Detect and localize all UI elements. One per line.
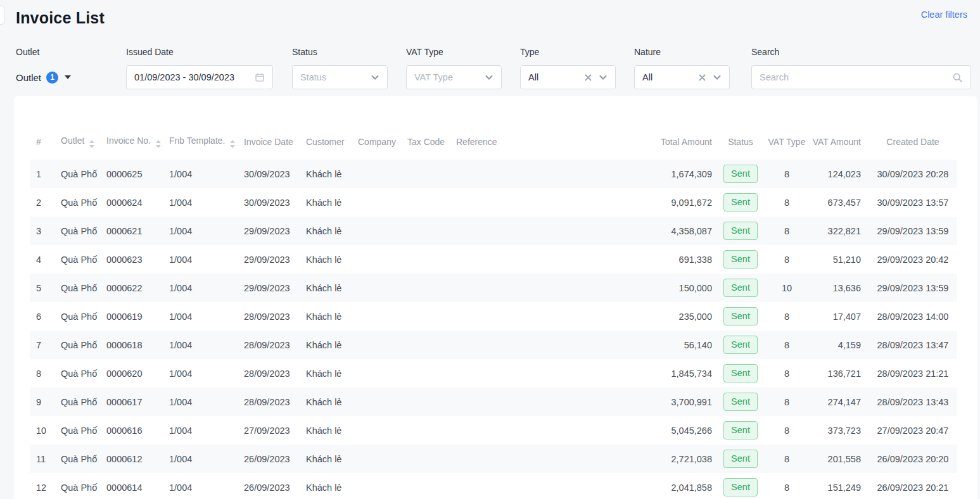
cell-vat-amount: 673,457 — [812, 188, 869, 217]
outlet-dropdown-value: Outlet — [16, 72, 41, 83]
cell-vat-type: 8 — [761, 331, 812, 359]
cell-outlet: Quà Phố — [54, 188, 100, 217]
table-row[interactable]: 9Quà Phố00006171/00428/09/2023Khách lẻ3,… — [30, 388, 957, 416]
cell-vat-amount: 151,249 — [812, 473, 869, 499]
cell-invoice-no: 0000616 — [100, 416, 163, 445]
table-row[interactable]: 6Quà Phố00006191/00428/09/2023Khách lẻ23… — [30, 302, 957, 331]
cell-company — [352, 274, 401, 302]
cell-reference — [450, 473, 500, 499]
cell-outlet: Quà Phố — [54, 388, 100, 416]
outlet-dropdown-trigger[interactable]: Outlet 1 — [16, 66, 71, 88]
issued-date-range-input[interactable]: 01/09/2023 - 30/09/2023 — [126, 65, 273, 89]
cell-outlet: Quà Phố — [54, 416, 100, 445]
column-header-vat-type: VAT Type — [761, 136, 812, 160]
cell-tax-code — [401, 188, 450, 217]
table-row[interactable]: 4Quà Phố00006231/00429/09/2023Khách lẻ69… — [30, 245, 957, 274]
cell-total-amount: 1,845,734 — [500, 359, 720, 388]
clear-filters-link[interactable]: Clear filters — [921, 9, 967, 20]
vat-type-select[interactable]: VAT Type — [406, 65, 502, 89]
column-header-invoice-no[interactable]: Invoice No. — [100, 136, 163, 160]
clear-x-icon[interactable] — [584, 73, 592, 82]
cell-tax-code — [401, 160, 450, 188]
cell-reference — [450, 416, 500, 445]
cell-outlet: Quà Phố — [54, 359, 100, 388]
status-badge: Sent — [723, 307, 758, 325]
cell-index: 5 — [30, 274, 54, 302]
column-header-outlet[interactable]: Outlet — [54, 136, 100, 160]
cell-tax-code — [401, 359, 450, 388]
cell-total-amount: 4,358,087 — [500, 217, 720, 245]
table-row[interactable]: 5Quà Phố00006221/00429/09/2023Khách lẻ15… — [30, 274, 957, 302]
cell-vat-amount: 274,147 — [812, 388, 869, 416]
cell-invoice-no: 0000625 — [100, 160, 163, 188]
type-select[interactable]: All — [520, 65, 616, 89]
column-header-status: Status — [720, 136, 761, 160]
cell-vat-amount: 201,558 — [812, 445, 869, 473]
invoice-table-card: #OutletInvoice No.Fnb Template.Invoice D… — [14, 96, 977, 499]
clear-x-icon[interactable] — [698, 73, 706, 82]
cell-customer: Khách lẻ — [300, 302, 352, 331]
nature-select[interactable]: All — [634, 65, 730, 89]
cell-outlet: Quà Phố — [54, 274, 100, 302]
cell-vat-amount: 373,723 — [812, 416, 869, 445]
filter-type: Type All — [520, 47, 616, 89]
cell-outlet: Quà Phố — [54, 331, 100, 359]
cell-fnb-template: 1/004 — [163, 473, 238, 499]
cell-total-amount: 2,721,038 — [500, 445, 720, 473]
table-row[interactable]: 8Quà Phố00006201/00428/09/2023Khách lẻ1,… — [30, 359, 957, 388]
cell-invoice-date: 30/09/2023 — [238, 160, 300, 188]
cell-total-amount: 235,000 — [500, 302, 720, 331]
table-row[interactable]: 11Quà Phố00006121/00426/09/2023Khách lẻ2… — [30, 445, 957, 473]
status-badge: Sent — [723, 165, 758, 183]
status-select[interactable]: Status — [292, 65, 388, 89]
cell-company — [352, 160, 401, 188]
search-input[interactable] — [760, 72, 952, 82]
cell-status: Sent — [720, 160, 761, 188]
cell-vat-type: 8 — [761, 445, 812, 473]
cell-total-amount: 1,674,309 — [500, 160, 720, 188]
cell-total-amount: 3,700,991 — [500, 388, 720, 416]
chevron-down-icon — [485, 73, 493, 82]
column-header-fnb-template[interactable]: Fnb Template. — [163, 136, 238, 160]
outlet-count-badge: 1 — [46, 72, 58, 84]
column-header-customer: Customer — [300, 136, 352, 160]
cell-index: 1 — [30, 160, 54, 188]
cell-reference — [450, 359, 500, 388]
status-filter-label: Status — [292, 47, 388, 58]
status-badge: Sent — [723, 421, 758, 439]
cell-invoice-no: 0000619 — [100, 302, 163, 331]
cell-tax-code — [401, 217, 450, 245]
cell-created-date: 28/09/2023 14:00 — [869, 302, 957, 331]
column-header-: # — [30, 136, 54, 160]
table-row[interactable]: 2Quà Phố00006241/00430/09/2023Khách lẻ9,… — [30, 188, 957, 217]
table-row[interactable]: 7Quà Phố00006181/00428/09/2023Khách lẻ56… — [30, 331, 957, 359]
column-header-reference: Reference — [450, 136, 500, 160]
filter-issued-date: Issued Date 01/09/2023 - 30/09/2023 — [126, 47, 273, 89]
table-row[interactable]: 10Quà Phố00006161/00427/09/2023Khách lẻ5… — [30, 416, 957, 445]
table-row[interactable]: 12Quà Phố00006141/00426/09/2023Khách lẻ2… — [30, 473, 957, 499]
cell-index: 11 — [30, 445, 54, 473]
cell-index: 12 — [30, 473, 54, 499]
cell-status: Sent — [720, 388, 761, 416]
cell-vat-amount: 124,023 — [812, 160, 869, 188]
table-row[interactable]: 1Quà Phố00006251/00430/09/2023Khách lẻ1,… — [30, 160, 957, 188]
cell-outlet: Quà Phố — [54, 217, 100, 245]
table-row[interactable]: 3Quà Phố00006211/00429/09/2023Khách lẻ4,… — [30, 217, 957, 245]
cell-invoice-no: 0000624 — [100, 188, 163, 217]
cell-invoice-date: 29/09/2023 — [238, 245, 300, 274]
sort-carets-icon[interactable] — [230, 140, 235, 148]
cell-invoice-no: 0000621 — [100, 217, 163, 245]
cell-status: Sent — [720, 473, 761, 499]
cell-invoice-date: 28/09/2023 — [238, 302, 300, 331]
outlet-filter-label: Outlet — [16, 47, 71, 58]
sort-carets-icon[interactable] — [89, 140, 94, 148]
cell-created-date: 29/09/2023 13:59 — [869, 217, 957, 245]
cell-fnb-template: 1/004 — [163, 245, 238, 274]
sort-carets-icon[interactable] — [156, 140, 161, 148]
cell-status: Sent — [720, 416, 761, 445]
cell-fnb-template: 1/004 — [163, 331, 238, 359]
cell-vat-amount: 17,407 — [812, 302, 869, 331]
cell-company — [352, 217, 401, 245]
search-filter-label: Search — [751, 47, 971, 58]
status-badge: Sent — [723, 279, 758, 297]
